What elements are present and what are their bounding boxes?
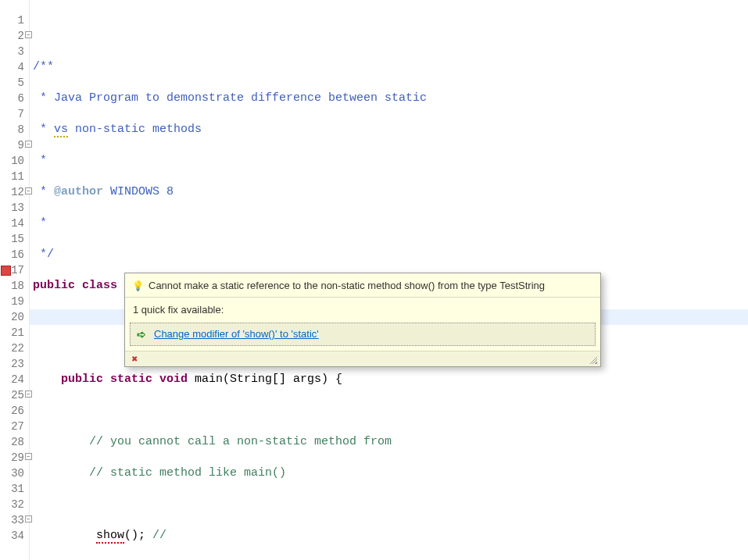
line-number[interactable]: 12− — [0, 184, 29, 200]
comment: // you cannot call a non-static method f… — [89, 435, 392, 448]
line-number[interactable]: 14 — [0, 216, 29, 231]
code-area[interactable]: /** * Java Program to demonstrate differ… — [30, 0, 748, 560]
line-number[interactable]: 20 — [0, 309, 29, 325]
javadoc-text: * — [33, 216, 47, 230]
line-number[interactable]: 26 — [0, 403, 29, 419]
line-number[interactable]: 28 — [0, 434, 29, 450]
code-line[interactable]: * @author WINDOWS 8 — [30, 184, 748, 200]
line-number[interactable]: 13 — [0, 200, 29, 216]
javadoc-text: vs — [54, 123, 68, 137]
code-line[interactable]: /** — [30, 59, 748, 75]
line-number[interactable]: 4 — [0, 59, 29, 75]
keyword: public — [33, 279, 75, 292]
line-number[interactable]: 24 — [0, 372, 29, 387]
code-line[interactable]: * — [30, 216, 748, 231]
comment: // — [152, 529, 166, 542]
code-line[interactable]: * — [30, 153, 748, 169]
resize-grip-icon[interactable] — [588, 355, 597, 364]
code-line[interactable]: */ — [30, 247, 748, 262]
code-editor: 1 2− 3 4 5 6 7 8 9− 10 11 12− 13 14 15 1… — [0, 0, 748, 560]
code-line[interactable]: // you cannot call a non-static method f… — [30, 434, 748, 450]
code-line[interactable] — [30, 497, 748, 512]
tooltip-fix-header-text: 1 quick fix available: — [133, 302, 224, 318]
line-number[interactable]: 2− — [0, 28, 29, 44]
keyword: class — [82, 279, 117, 292]
line-number[interactable]: 33− — [0, 512, 29, 528]
lightbulb-icon — [131, 280, 144, 292]
line-number[interactable]: 25− — [0, 387, 29, 403]
line-number[interactable]: 5 — [0, 75, 29, 91]
line-number-gutter[interactable]: 1 2− 3 4 5 6 7 8 9− 10 11 12− 13 14 15 1… — [0, 0, 30, 560]
quick-fix-tooltip[interactable]: Cannot make a static reference to the no… — [124, 273, 601, 367]
error-token[interactable]: show — [96, 529, 124, 544]
code-line[interactable] — [30, 28, 748, 44]
line-number[interactable]: 15 — [0, 231, 29, 247]
javadoc-text: * Java Program to demonstrate difference… — [33, 91, 427, 105]
quickfix-arrow-icon — [135, 328, 148, 341]
line-number[interactable]: 10 — [0, 153, 29, 169]
line-number[interactable]: 22 — [0, 341, 29, 356]
javadoc-text: * — [33, 154, 47, 167]
javadoc-text: /** — [33, 60, 54, 73]
javadoc-tag: @author — [54, 185, 103, 198]
tooltip-error-message: Cannot make a static reference to the no… — [149, 278, 545, 294]
tooltip-footer — [125, 351, 600, 366]
line-number[interactable]: 29− — [0, 450, 29, 465]
code-line[interactable] — [30, 403, 748, 419]
tooltip-fix-header: 1 quick fix available: — [125, 298, 600, 323]
line-number[interactable]: 8 — [0, 122, 29, 137]
line-number[interactable]: 27 — [0, 419, 29, 434]
line-number[interactable]: 32 — [0, 497, 29, 512]
line-number[interactable]: 19 — [0, 294, 29, 309]
line-number[interactable]: 23 — [0, 356, 29, 372]
keyword: public — [61, 373, 103, 386]
javadoc-text: */ — [33, 248, 54, 261]
line-number[interactable]: 31 — [0, 481, 29, 497]
tooltip-error-row: Cannot make a static reference to the no… — [125, 273, 600, 298]
line-number[interactable]: 1 — [0, 12, 29, 28]
code-line[interactable]: public static void main(String[] args) { — [30, 372, 748, 387]
javadoc-text: non-static methods — [68, 123, 202, 136]
line-number[interactable]: 16 — [0, 247, 29, 262]
javadoc-text: * — [33, 185, 54, 198]
line-number[interactable]: 30 — [0, 465, 29, 481]
line-number-error[interactable]: 17 — [0, 262, 29, 278]
quick-fix-link[interactable]: Change modifier of 'show()' to 'static' — [154, 326, 319, 342]
code-line[interactable]: * vs non-static methods — [30, 122, 748, 137]
code-line[interactable]: // static method like main() — [30, 465, 748, 481]
line-number[interactable]: 7 — [0, 106, 29, 122]
code-line[interactable]: show(); // — [30, 528, 748, 544]
line-number[interactable]: 18 — [0, 278, 29, 294]
keyword: static — [110, 373, 152, 386]
quick-fix-item[interactable]: Change modifier of 'show()' to 'static' — [130, 323, 596, 346]
code-line[interactable]: * Java Program to demonstrate difference… — [30, 91, 748, 106]
comment: // static method like main() — [89, 466, 286, 480]
line-number[interactable]: 6 — [0, 91, 29, 106]
error-icon — [128, 353, 141, 366]
javadoc-text: WINDOWS 8 — [103, 185, 174, 198]
line-number[interactable]: 21 — [0, 325, 29, 341]
javadoc-text: * — [33, 123, 54, 136]
line-number[interactable]: 34 — [0, 528, 29, 544]
code-text: (); — [124, 529, 152, 542]
keyword: void — [159, 373, 188, 386]
line-number[interactable]: 3 — [0, 44, 29, 59]
code-text: main(String[] args) { — [188, 373, 342, 386]
line-number[interactable]: 11 — [0, 169, 29, 184]
line-number[interactable]: 9− — [0, 137, 29, 153]
